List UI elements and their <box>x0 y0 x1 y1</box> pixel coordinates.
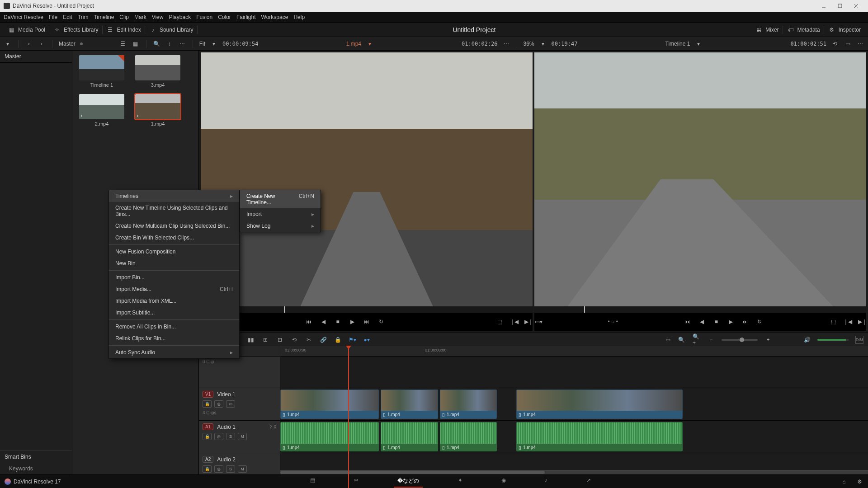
tl-in-icon[interactable]: ❘◀ <box>844 318 852 326</box>
marker-icon[interactable]: ●▾ <box>363 336 371 344</box>
single-viewer-icon[interactable]: ▭ <box>844 40 852 48</box>
media-clip[interactable]: ♪2.mp4 <box>77 94 127 127</box>
src-next-icon[interactable]: ⏭ <box>363 318 371 326</box>
src-loop-icon[interactable]: ↻ <box>377 318 385 326</box>
replace-icon[interactable]: ⟲ <box>290 336 298 344</box>
menu-item[interactable]: Import Bin... <box>109 272 239 283</box>
zoom-plus[interactable]: + <box>764 336 772 344</box>
video-clip[interactable]: ▯1.mp4 <box>440 389 497 419</box>
page-media[interactable]: ▤ <box>307 475 319 488</box>
link-icon[interactable]: 🔗 <box>319 336 327 344</box>
close-button[interactable] <box>848 0 864 11</box>
menu-edit[interactable]: Edit <box>63 14 72 20</box>
speaker-icon[interactable]: 🔊 <box>803 336 811 344</box>
tl-first-icon[interactable]: ⏮ <box>683 318 691 326</box>
zoom-value[interactable]: 36% <box>524 41 534 47</box>
menu-item[interactable]: Auto Sync Audio▸ <box>109 347 239 358</box>
track-auto-a2[interactable]: ◎ <box>214 465 223 473</box>
src-matchframe-icon[interactable]: ⬚ <box>495 318 504 326</box>
timeline-frame[interactable] <box>534 52 866 306</box>
menu-item[interactable]: Import Media from XML... <box>109 295 239 307</box>
menu-help[interactable]: Help <box>293 14 305 20</box>
lock-icon[interactable]: 🔒 <box>334 336 342 344</box>
source-frame[interactable] <box>201 52 533 306</box>
chevron-down-icon[interactable]: ▾ <box>210 40 218 48</box>
menu-item[interactable]: Relink Clips for Bin... <box>109 333 239 344</box>
tl-next-icon[interactable]: ⏭ <box>741 318 749 326</box>
menu-mark[interactable]: Mark <box>134 14 146 20</box>
src-in-icon[interactable]: ❘◀ <box>510 318 518 326</box>
menu-item[interactable]: New Fusion Composition <box>109 246 239 258</box>
page-fairlight[interactable]: ♪ <box>541 475 551 488</box>
clip-thumbnail[interactable]: ♪ <box>135 94 180 119</box>
menu-clip[interactable]: Clip <box>119 14 129 20</box>
zoom-minus[interactable]: − <box>707 336 715 344</box>
src-play-icon[interactable]: ▶ <box>348 318 356 326</box>
menu-view[interactable]: View <box>152 14 164 20</box>
submenu-item[interactable]: Show Log▸ <box>240 220 321 232</box>
track-auto-a1[interactable]: ◎ <box>214 433 223 440</box>
clip-thumbnail[interactable] <box>135 55 180 80</box>
view-thumb-icon[interactable]: ▦ <box>132 40 140 48</box>
effects-toggle[interactable]: Effects Library <box>64 27 98 33</box>
menu-item[interactable]: Import Subtitle... <box>109 307 239 319</box>
menu-playback[interactable]: Playback <box>169 14 191 20</box>
media-clip[interactable]: Timeline 1 <box>77 55 127 88</box>
track-tag-a2[interactable]: A2 <box>203 456 213 463</box>
page-color[interactable]: ◉ <box>498 475 509 488</box>
timeline-ruler[interactable]: 01:00:00:00 01:00:08:00 <box>199 346 868 356</box>
media-clip[interactable]: 3.mp4 <box>133 55 183 88</box>
settings-icon[interactable]: ⚙ <box>855 478 863 486</box>
page-fusion[interactable]: ✦ <box>454 475 466 488</box>
track-tag-a1[interactable]: A1 <box>203 423 213 430</box>
track-auto-v1[interactable]: ◎ <box>214 400 223 408</box>
track-head-v1[interactable]: V1 Video 1 🔒 ◎ ▭ 4 Clips <box>199 388 280 420</box>
overwrite-icon[interactable]: ⊡ <box>276 336 284 344</box>
audio-clip[interactable]: ▯1.mp4 <box>381 422 438 451</box>
track-body-a2[interactable] <box>280 453 868 474</box>
menu-davinci[interactable]: DaVinci Resolve <box>4 14 43 20</box>
volume-slider[interactable] <box>817 339 849 341</box>
track-solo-a2[interactable]: S <box>226 465 235 473</box>
mixer-toggle[interactable]: Mixer <box>765 27 778 33</box>
viewer-more2-icon[interactable]: ⋯ <box>856 40 864 48</box>
track-head-a1[interactable]: A1 Audio 1 2.0 🔒 ◎ S M <box>199 421 280 453</box>
tl-mode-icon[interactable]: ▭▾ <box>534 318 542 326</box>
tl-loop-icon[interactable]: ↻ <box>755 318 764 326</box>
menu-trim[interactable]: Trim <box>78 14 89 20</box>
zoom-slider[interactable] <box>722 339 758 341</box>
source-scrubber[interactable] <box>201 306 533 313</box>
src-out-icon[interactable]: ▶❘ <box>524 318 533 326</box>
blade-tool-icon[interactable]: ▮▮ <box>247 336 255 344</box>
track-mute-a1[interactable]: M <box>238 433 247 440</box>
timeline-scrubber[interactable] <box>534 306 866 313</box>
tl-stop-icon[interactable]: ■ <box>712 318 720 326</box>
playhead[interactable] <box>348 346 349 488</box>
page-cut[interactable]: ✂ <box>350 475 362 488</box>
more-icon[interactable]: ⋯ <box>178 40 186 48</box>
media-clip[interactable]: ♪1.mp4 <box>133 94 183 127</box>
timeline-name[interactable]: Timeline 1 <box>665 41 690 47</box>
home-icon[interactable]: ⌂ <box>840 478 848 486</box>
submenu-item[interactable]: Create New Timeline...Ctrl+N <box>240 190 321 208</box>
bypass-icon[interactable]: ⟲ <box>831 40 839 48</box>
track-body-v1[interactable]: ▯1.mp4▯1.mp4▯1.mp4▯1.mp4 <box>280 388 868 420</box>
tl-zoom-out-icon[interactable]: 🔍- <box>678 336 686 344</box>
timeline-scrollbar[interactable] <box>280 470 868 474</box>
search-icon[interactable]: 🔍 <box>153 40 161 48</box>
dim-button[interactable]: DIM <box>855 336 863 344</box>
menu-item[interactable]: Timelines▸ <box>109 190 239 202</box>
track-head-v2[interactable]: 0 Clip <box>199 357 280 388</box>
flag-icon[interactable]: ⚑▾ <box>348 336 356 344</box>
tl-view-icon[interactable]: ▭ <box>664 336 672 344</box>
menu-fusion[interactable]: Fusion <box>196 14 212 20</box>
menu-color[interactable]: Color <box>218 14 231 20</box>
menu-item[interactable]: Create New Timeline Using Selected Clips… <box>109 202 239 220</box>
track-body-a1[interactable]: ▯1.mp4▯1.mp4▯1.mp4▯1.mp4 <box>280 421 868 453</box>
zoom-dropdown-icon[interactable]: ▾ <box>539 40 547 48</box>
bin-dropdown-icon[interactable]: ▾ <box>4 40 12 48</box>
track-lock-a2[interactable]: 🔒 <box>203 465 212 473</box>
track-head-a2[interactable]: A2 Audio 2 🔒 ◎ S M <box>199 453 280 474</box>
tl-zoom-in-icon[interactable]: 🔍+ <box>693 336 701 344</box>
menu-item[interactable]: Import Media...Ctrl+I <box>109 283 239 295</box>
